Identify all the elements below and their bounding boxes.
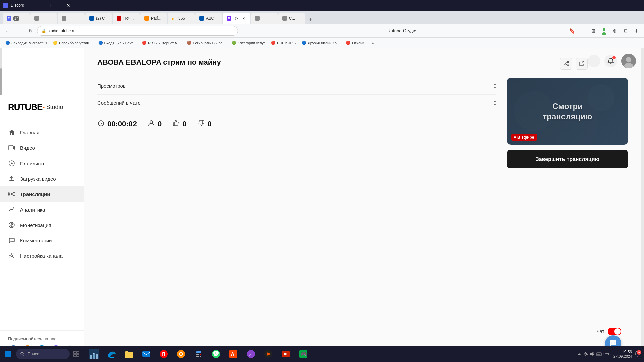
sidebar-label-home: Главная <box>20 130 39 135</box>
taskbar-app-mail[interactable] <box>138 346 154 362</box>
bookmark-thanks[interactable]: 🟡 Спасибо за устан... <box>50 40 95 46</box>
tab-blank3[interactable] <box>251 13 278 24</box>
sidebar-label-streams: Трансляции <box>20 191 50 197</box>
add-content-button[interactable] <box>588 55 600 67</box>
extensions-button[interactable]: ⊞ <box>588 26 598 36</box>
right-scrollbar[interactable] <box>641 48 644 362</box>
bookmark-categories[interactable]: 🟢 Категории услуг <box>229 40 268 46</box>
bookmark-responses[interactable]: 🔴 Отклик... <box>343 40 370 46</box>
taskbar-search[interactable]: Поиск <box>16 349 70 359</box>
share-button[interactable] <box>560 58 572 70</box>
user-avatar[interactable] <box>621 54 636 68</box>
minimize-button[interactable]: — <box>27 0 43 11</box>
collections-button[interactable]: ⊕ <box>610 26 620 36</box>
sidebar-item-settings[interactable]: Настройка канала <box>0 248 84 263</box>
header-buttons <box>588 54 636 68</box>
sidebar-item-analytics[interactable]: Аналитика <box>0 202 84 217</box>
tab-c[interactable]: С... <box>278 13 305 24</box>
bookmark-label-microsoft: Закладки Microsoft <box>11 41 43 45</box>
sidebar-scrollbar-thumb <box>0 68 2 95</box>
taskbar-app-misc[interactable]: ♪ <box>243 346 259 362</box>
tab-blank2[interactable] <box>58 13 85 24</box>
bookmark-label-inbox: Входящие - Почт... <box>104 41 136 45</box>
playlist-icon <box>8 160 15 167</box>
forward-button[interactable]: → <box>14 26 24 36</box>
notifications-button[interactable] <box>604 55 617 67</box>
task-view-button[interactable] <box>70 347 83 361</box>
channel-settings-icon <box>8 252 15 259</box>
bookmark-favicon-friends: 🔵 <box>302 41 306 45</box>
taskbar-app-calculator[interactable] <box>191 346 207 362</box>
download-button[interactable]: ⬇ <box>631 26 641 36</box>
live-badge: В эфире <box>511 134 537 141</box>
stream-body: Просмотров 0 Сообщений в чате 0 <box>97 78 628 168</box>
bookmark-microsoft[interactable]: 🔵 Закладки Microsoft ▼ <box>3 40 50 46</box>
tab-blank1[interactable] <box>30 13 57 24</box>
chat-toggle-switch[interactable] <box>608 328 621 335</box>
tray-arrow-icon[interactable] <box>577 351 582 357</box>
taskbar-app-player[interactable] <box>260 346 276 362</box>
address-bar[interactable]: 🔒 studio.rutube.ru <box>37 26 238 36</box>
clock-time: 19:56 <box>622 350 632 354</box>
bookmark-rbt[interactable]: 🔴 RBT - интернет м... <box>139 40 183 46</box>
tab-work[interactable]: Раб... <box>140 13 167 24</box>
maximize-button[interactable]: □ <box>44 0 59 11</box>
bookmark-inbox[interactable]: 🔵 Входящие - Почт... <box>96 40 139 46</box>
tab-365[interactable]: ▶ 365 <box>168 13 195 24</box>
reload-button[interactable]: ↻ <box>25 26 36 36</box>
tab-favicon6 <box>144 16 149 21</box>
tab-mail-num[interactable]: (2) С <box>85 13 112 24</box>
taskbar-app-video[interactable] <box>278 346 294 362</box>
sidebar-item-video[interactable]: Видео <box>0 140 84 156</box>
close-button[interactable]: ✕ <box>61 0 76 11</box>
taskbar-app-edge[interactable] <box>103 346 119 362</box>
notification-badge <box>612 56 616 59</box>
logo-dot-icon: ● <box>43 105 45 109</box>
taskbar-app-game[interactable]: 🎮 <box>295 346 311 362</box>
new-tab-button[interactable]: + <box>306 15 315 24</box>
taskbar-app-explorer[interactable] <box>121 346 137 362</box>
bookmark-regional[interactable]: 🟤 Региональный по... <box>184 40 228 46</box>
bookmark-icon[interactable]: 🔖 <box>567 26 577 36</box>
tab-rutube-active[interactable]: R R× ✕ <box>223 13 250 24</box>
taskbar-app-whatsapp[interactable] <box>208 346 224 362</box>
svg-rect-47 <box>91 352 91 353</box>
sidebar-item-monetize[interactable]: Монетизация <box>0 217 84 233</box>
rutube-logo[interactable]: RUTUBE●Studio <box>8 102 63 112</box>
tab-close-button[interactable]: ✕ <box>241 16 246 21</box>
taskbar-app-city[interactable] <box>86 346 102 362</box>
profile-button[interactable] <box>599 26 609 36</box>
end-stream-button[interactable]: Завершить трансляцию <box>507 150 628 168</box>
sidebar-item-upload[interactable]: Загрузка видео <box>0 171 84 186</box>
metric-dislikes: 0 <box>198 119 212 128</box>
streams-icon <box>8 190 15 198</box>
menu-button[interactable]: ⋯ <box>578 26 588 36</box>
start-button[interactable] <box>0 346 16 362</box>
bookmarks-more-button[interactable]: » <box>370 40 375 46</box>
bookmark-friends[interactable]: 🔵 Друзья Лилии Ко... <box>299 40 342 46</box>
sidebar-scrollbar[interactable] <box>0 48 2 95</box>
sidebar-item-home[interactable]: Главная <box>0 125 84 140</box>
tab-discord[interactable]: D 17 <box>3 13 30 24</box>
taskbar-clock[interactable]: 19:56 27.09.2024 <box>613 350 632 358</box>
bookmark-favicon-microsoft: 🔵 <box>5 41 10 45</box>
tab-abc[interactable]: АВС <box>195 13 222 24</box>
stat-row-chat: Сообщений в чате 0 <box>97 95 496 111</box>
taskbar-notifications-button[interactable]: 19 <box>633 350 641 358</box>
svg-point-37 <box>21 352 23 355</box>
sidebar-item-playlists[interactable]: Плейлисты <box>0 156 84 171</box>
taskbar-app-adobe[interactable]: A <box>225 346 241 362</box>
bookmark-label-pdf: PDF в JPG <box>277 41 296 45</box>
tab-mail[interactable]: Поч... <box>113 13 140 24</box>
sidebar-item-streams[interactable]: Трансляции <box>0 186 84 202</box>
stream-metrics: 00:00:02 0 <box>97 111 496 136</box>
address-url[interactable]: studio.rutube.ru <box>48 28 75 33</box>
taskbar-app-browser2[interactable] <box>173 346 189 362</box>
sidebar-item-comments[interactable]: Комментарии <box>0 233 84 248</box>
split-button[interactable]: ⊟ <box>621 26 631 36</box>
back-button[interactable]: ← <box>3 26 13 36</box>
external-link-button[interactable] <box>576 58 588 70</box>
taskbar-app-yandex[interactable]: Я <box>156 346 172 362</box>
bookmark-pdf[interactable]: 🔴 PDF в JPG <box>268 40 298 46</box>
svg-rect-40 <box>77 351 79 354</box>
